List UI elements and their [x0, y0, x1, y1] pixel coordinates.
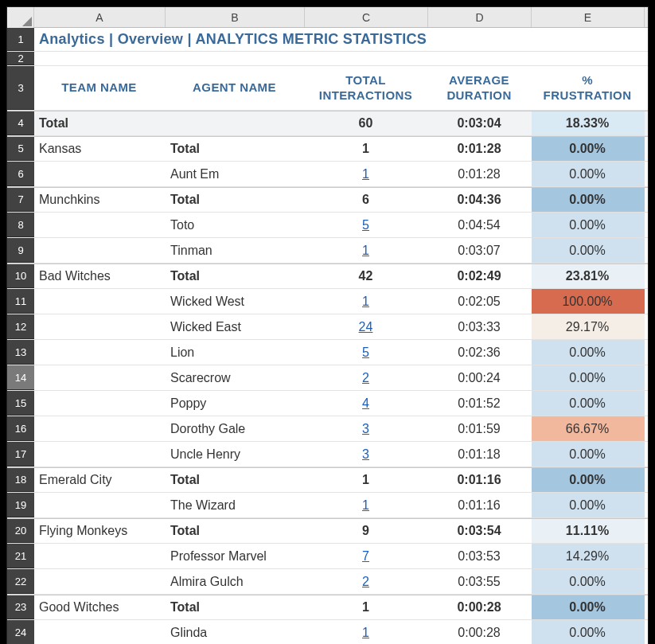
team-name-cell[interactable] — [34, 162, 166, 186]
row-header[interactable]: 12 — [7, 314, 34, 339]
agent-name-cell[interactable]: Toto — [166, 213, 305, 237]
duration-cell[interactable]: 0:03:33 — [428, 314, 532, 339]
frustration-cell[interactable]: 0.00% — [532, 595, 645, 619]
cell[interactable] — [166, 52, 305, 65]
team-name-cell[interactable] — [34, 493, 166, 517]
duration-cell[interactable]: 0:01:59 — [428, 416, 532, 441]
row-header[interactable]: 23 — [7, 595, 34, 619]
agent-name-cell[interactable]: Aunt Em — [166, 162, 305, 186]
interactions-cell[interactable]: 24 — [305, 314, 428, 339]
agent-name-cell[interactable]: Total — [166, 264, 305, 288]
agent-name-cell[interactable]: The Wizard — [166, 493, 305, 517]
duration-cell[interactable]: 0:04:36 — [428, 188, 532, 212]
frustration-cell[interactable]: 0.00% — [532, 468, 645, 492]
interactions-cell[interactable]: 5 — [305, 213, 428, 237]
header-team-name[interactable]: TEAM NAME — [34, 66, 166, 110]
interactions-cell[interactable]: 1 — [305, 162, 428, 186]
frustration-cell[interactable]: 0.00% — [532, 188, 645, 212]
team-name-cell[interactable] — [34, 416, 166, 441]
duration-cell[interactable]: 0:02:49 — [428, 264, 532, 288]
row-header[interactable]: 11 — [7, 289, 34, 314]
team-name-cell[interactable] — [34, 569, 166, 594]
row-header[interactable]: 5 — [7, 137, 34, 161]
agent-name-cell[interactable]: Almira Gulch — [166, 569, 305, 594]
frustration-cell[interactable]: 0.00% — [532, 391, 645, 416]
grand-total-duration[interactable]: 0:03:04 — [428, 111, 532, 135]
interactions-link[interactable]: 1 — [362, 498, 369, 513]
agent-name-cell[interactable]: Wicked East — [166, 314, 305, 339]
team-name-cell[interactable]: Munchkins — [34, 188, 166, 212]
agent-name-cell[interactable]: Total — [166, 595, 305, 619]
row-header[interactable]: 3 — [7, 66, 34, 110]
team-name-cell[interactable]: Kansas — [34, 137, 166, 161]
frustration-cell[interactable]: 0.00% — [532, 137, 645, 161]
interactions-link[interactable]: 1 — [362, 167, 369, 181]
row-header[interactable]: 14 — [7, 365, 34, 390]
row-header[interactable]: 17 — [7, 442, 34, 466]
interactions-cell[interactable]: 1 — [305, 238, 428, 263]
team-name-cell[interactable] — [34, 620, 166, 644]
interactions-link[interactable]: 1 — [362, 626, 369, 640]
row-header[interactable]: 8 — [7, 213, 34, 237]
team-name-cell[interactable] — [34, 314, 166, 339]
header-agent-name[interactable]: AGENT NAME — [166, 66, 305, 110]
select-all-corner[interactable] — [7, 7, 34, 28]
row-header[interactable]: 22 — [7, 569, 34, 594]
frustration-cell[interactable]: 0.00% — [532, 620, 645, 644]
row-header[interactable]: 24 — [7, 620, 34, 644]
interactions-cell[interactable]: 2 — [305, 569, 428, 594]
frustration-cell[interactable]: 0.00% — [532, 442, 645, 466]
duration-cell[interactable]: 0:02:36 — [428, 340, 532, 365]
header-duration[interactable]: AVERAGE DURATION — [428, 66, 532, 110]
row-header[interactable]: 18 — [7, 468, 34, 492]
grand-total-label[interactable]: Total — [34, 111, 166, 135]
column-header-B[interactable]: B — [166, 7, 305, 27]
duration-cell[interactable]: 0:03:07 — [428, 238, 532, 263]
frustration-cell[interactable]: 0.00% — [532, 365, 645, 390]
duration-cell[interactable]: 0:00:28 — [428, 620, 532, 644]
duration-cell[interactable]: 0:01:16 — [428, 468, 532, 492]
interactions-link[interactable]: 2 — [362, 575, 369, 589]
frustration-cell[interactable]: 29.17% — [532, 314, 645, 339]
agent-name-cell[interactable]: Total — [166, 188, 305, 212]
agent-name-cell[interactable]: Dorothy Gale — [166, 416, 305, 441]
interactions-link[interactable]: 24 — [359, 320, 373, 334]
interactions-cell[interactable]: 6 — [305, 188, 428, 212]
interactions-cell[interactable]: 3 — [305, 442, 428, 466]
duration-cell[interactable]: 0:00:28 — [428, 595, 532, 619]
row-header[interactable]: 2 — [7, 52, 34, 65]
grand-total-frustration[interactable]: 18.33% — [532, 111, 645, 135]
row-header[interactable]: 20 — [7, 519, 34, 543]
agent-name-cell[interactable]: Total — [166, 137, 305, 161]
row-header[interactable]: 19 — [7, 493, 34, 517]
frustration-cell[interactable]: 0.00% — [532, 238, 645, 263]
team-name-cell[interactable]: Emerald City — [34, 468, 166, 492]
row-header[interactable]: 9 — [7, 238, 34, 263]
frustration-cell[interactable]: 14.29% — [532, 544, 645, 568]
cell[interactable] — [166, 111, 305, 135]
interactions-cell[interactable]: 7 — [305, 544, 428, 568]
column-header-C[interactable]: C — [305, 7, 428, 27]
duration-cell[interactable]: 0:01:52 — [428, 391, 532, 416]
frustration-cell[interactable]: 0.00% — [532, 493, 645, 517]
team-name-cell[interactable] — [34, 365, 166, 390]
team-name-cell[interactable]: Good Witches — [34, 595, 166, 619]
interactions-link[interactable]: 3 — [362, 447, 369, 462]
interactions-cell[interactable]: 4 — [305, 391, 428, 416]
page-title[interactable]: Analytics | Overview | ANALYTICS METRIC … — [34, 28, 645, 51]
interactions-link[interactable]: 1 — [362, 244, 369, 258]
team-name-cell[interactable]: Bad Witches — [34, 264, 166, 288]
agent-name-cell[interactable]: Total — [166, 468, 305, 492]
cell[interactable] — [305, 52, 428, 65]
team-name-cell[interactable] — [34, 289, 166, 314]
header-frustration[interactable]: % FRUSTRATION — [532, 66, 645, 110]
team-name-cell[interactable] — [34, 340, 166, 365]
team-name-cell[interactable] — [34, 442, 166, 466]
frustration-cell[interactable]: 100.00% — [532, 289, 645, 314]
duration-cell[interactable]: 0:01:28 — [428, 162, 532, 186]
interactions-cell[interactable]: 1 — [305, 468, 428, 492]
duration-cell[interactable]: 0:01:18 — [428, 442, 532, 466]
interactions-cell[interactable]: 2 — [305, 365, 428, 390]
team-name-cell[interactable]: Flying Monkeys — [34, 519, 166, 543]
duration-cell[interactable]: 0:03:54 — [428, 519, 532, 543]
